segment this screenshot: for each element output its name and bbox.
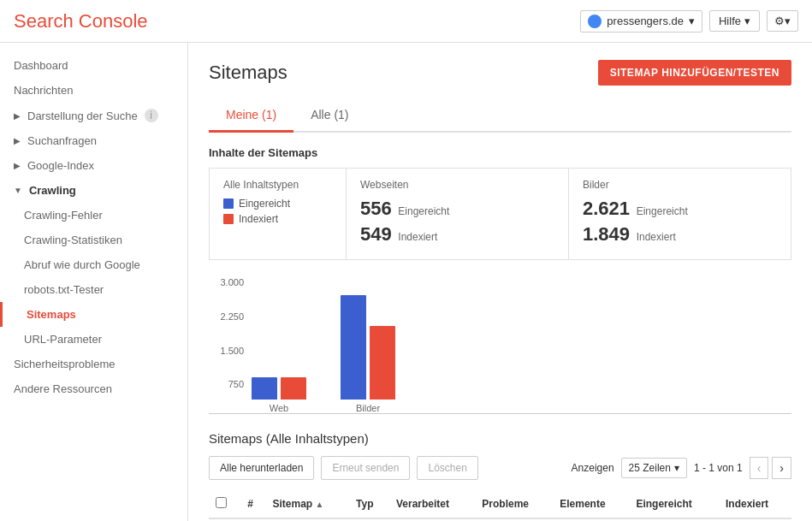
legend-item-indexiert: Indexiert (223, 213, 332, 225)
sidebar-item-sitemaps[interactable]: Sitemaps (0, 302, 187, 327)
header-controls: pressengers.de ▾ Hilfe ▾ ⚙ ▾ (580, 10, 798, 33)
bar-group-bilder: Bilder (341, 295, 395, 413)
stat-row-eingereicht: 2.621 Eingereicht (583, 198, 777, 220)
header: Search Console pressengers.de ▾ Hilfe ▾ … (0, 0, 812, 43)
stats-col-bilder: Bilder 2.621 Eingereicht 1.849 Indexiert (569, 169, 791, 259)
arrow-icon: ▶ (14, 161, 21, 170)
arrow-icon: ▼ (14, 186, 22, 195)
stats-col-legend: Alle Inhaltstypen Eingereicht Indexiert (210, 169, 347, 259)
sidebar-item-crawling-fehler[interactable]: Crawling-Fehler (0, 203, 187, 228)
stats-col-title: Webseiten (360, 179, 554, 191)
sidebar-item-label: Suchanfragen (27, 134, 97, 147)
add-sitemap-button[interactable]: SITEMAP HINZUFÜGEN/TESTEN (598, 60, 791, 86)
arrow-icon: ▶ (14, 111, 21, 121)
erneut-senden-button[interactable]: Erneut senden (321, 456, 410, 480)
chevron-down-icon: ▾ (689, 15, 695, 27)
legend-dot-blue (223, 198, 234, 209)
tab-alle[interactable]: Alle (1) (293, 99, 365, 133)
sidebar-item-label: URL-Parameter (24, 333, 102, 346)
stat-number: 556 (360, 198, 392, 219)
stats-box: Alle Inhaltstypen Eingereicht Indexiert … (209, 168, 791, 260)
gear-button[interactable]: ⚙ ▾ (767, 10, 798, 32)
sidebar-item-label: Abruf wie durch Google (24, 258, 140, 271)
loeschen-button[interactable]: Löschen (417, 456, 477, 480)
bar-web-indexiert (281, 377, 306, 400)
sidebar-item-label: Crawling-Fehler (24, 209, 103, 222)
page-header: Sitemaps SITEMAP HINZUFÜGEN/TESTEN (209, 60, 791, 86)
layout: Dashboard Nachrichten ▶ Darstellung der … (0, 43, 812, 521)
table-header-row: # Sitemap ▲ Typ Verarbeitet Probleme Ele… (209, 490, 791, 518)
stat-label: Indexiert (398, 231, 437, 243)
col-probleme: Probleme (475, 490, 553, 518)
table-pagination: Anzeigen 25 Zeilen ▾ 1 - 1 von 1 ‹ › (572, 457, 791, 479)
legend-dot-red (223, 214, 234, 224)
sidebar-item-google-index[interactable]: ▶ Google-Index (0, 153, 187, 178)
y-label: 1.500 (220, 346, 244, 356)
sidebar-item-andere-ressourcen[interactable]: Andere Ressourcen (0, 376, 187, 401)
sidebar-item-label: Darstellung der Suche (27, 110, 138, 122)
hilfe-label: Hilfe (719, 15, 741, 27)
stat-number: 1.849 (583, 223, 630, 245)
sidebar-item-url-parameter[interactable]: URL-Parameter (0, 327, 187, 352)
stat-number: 2.621 (583, 198, 630, 219)
stats-col-title: Bilder (583, 179, 777, 191)
chevron-down-icon: ▾ (785, 15, 791, 27)
sidebar-item-nachrichten[interactable]: Nachrichten (0, 78, 187, 103)
col-indexiert: Indexiert (719, 490, 791, 518)
stat-row-indexiert: 549 Indexiert (360, 223, 554, 246)
info-icon: i (145, 109, 158, 122)
hilfe-button[interactable]: Hilfe ▾ (709, 10, 760, 32)
main-content: Sitemaps SITEMAP HINZUFÜGEN/TESTEN Meine… (188, 43, 812, 521)
sidebar-item-darstellung[interactable]: ▶ Darstellung der Suche i (0, 103, 187, 128)
y-label: 3.000 (220, 277, 244, 287)
domain-icon (588, 15, 602, 28)
sidebar-item-label: Sicherheitsprobleme (14, 358, 116, 370)
sidebar-item-label: Sitemaps (27, 308, 76, 321)
y-label: 2.250 (220, 311, 244, 322)
stats-title: Inhalte der Sitemaps (209, 146, 791, 159)
sidebar-item-dashboard[interactable]: Dashboard (0, 53, 187, 78)
sidebar-item-crawling-statistiken[interactable]: Crawling-Statistiken (0, 228, 187, 252)
page-title: Sitemaps (209, 62, 287, 84)
prev-page-button[interactable]: ‹ (750, 457, 769, 479)
chevron-down-icon: ▾ (744, 15, 750, 27)
select-all-checkbox[interactable] (216, 497, 227, 508)
rows-select[interactable]: 25 Zeilen ▾ (621, 458, 687, 478)
domain-label: pressengers.de (607, 15, 684, 27)
legend-item-eingereicht: Eingereicht (223, 198, 332, 210)
sidebar-item-sicherheitsprobleme[interactable]: Sicherheitsprobleme (0, 352, 187, 376)
data-table: # Sitemap ▲ Typ Verarbeitet Probleme Ele… (209, 490, 791, 519)
col-elemente: Elemente (553, 490, 629, 518)
section-title: Sitemaps (Alle Inhaltstypen) (209, 431, 791, 446)
pagination-nav: ‹ › (750, 457, 791, 479)
y-label: 750 (228, 379, 244, 389)
stats-col-title: Alle Inhaltstypen (223, 179, 332, 191)
pagination-text: 1 - 1 von 1 (694, 462, 743, 474)
domain-selector[interactable]: pressengers.de ▾ (580, 10, 702, 33)
sidebar-item-robots-tester[interactable]: robots.txt-Tester (0, 277, 187, 302)
next-page-button[interactable]: › (772, 457, 791, 479)
bar-pair (341, 295, 395, 400)
sidebar-item-suchanfragen[interactable]: ▶ Suchanfragen (0, 128, 187, 153)
sidebar-item-label: Crawling (29, 184, 76, 197)
col-checkbox (209, 490, 240, 518)
sidebar: Dashboard Nachrichten ▶ Darstellung der … (0, 43, 188, 521)
legend-label: Eingereicht (239, 198, 290, 210)
sidebar-item-abruf-google[interactable]: Abruf wie durch Google (0, 252, 187, 277)
bar-bilder-indexiert (370, 326, 395, 400)
col-eingereicht: Eingereicht (629, 490, 719, 518)
sidebar-item-label: Google-Index (27, 159, 94, 172)
col-typ: Typ (349, 490, 389, 518)
sidebar-item-label: robots.txt-Tester (24, 283, 104, 296)
col-verarbeitet: Verarbeitet (389, 490, 475, 518)
alle-herunterladen-button[interactable]: Alle herunterladen (209, 456, 314, 480)
col-num: # (240, 490, 265, 518)
tab-meine[interactable]: Meine (1) (209, 99, 293, 133)
gear-icon: ⚙ (774, 15, 785, 27)
sidebar-item-crawling[interactable]: ▼ Crawling (0, 178, 187, 203)
bar-label-web: Web (270, 403, 288, 413)
bar-bilder-eingereicht (341, 295, 366, 400)
rows-value: 25 Zeilen (629, 462, 671, 474)
stat-number: 549 (360, 223, 392, 245)
stats-col-webseiten: Webseiten 556 Eingereicht 549 Indexiert (347, 169, 569, 259)
